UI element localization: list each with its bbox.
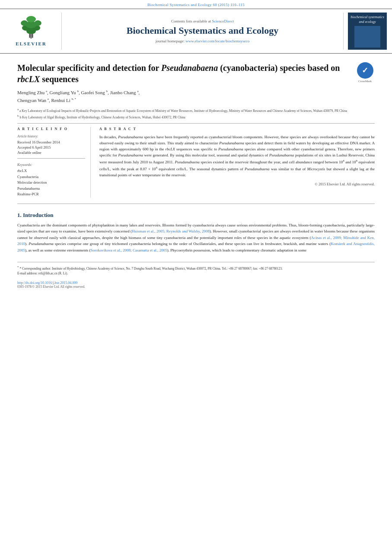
keyword-4: Pseudanabaena — [17, 186, 85, 192]
elsevier-tree-icon — [16, 16, 46, 40]
ref-acinas[interactable]: Acinas et al., 2009; Mitsuhide and Ken, … — [17, 236, 375, 246]
introduction-section: 1. Introduction Cyanobacteria are the do… — [17, 212, 375, 253]
homepage-link[interactable]: www.elsevier.com/locate/biochemsyseco — [185, 39, 249, 43]
author-sup-b2: b — [106, 90, 108, 93]
article-info-abstract: A R T I C L E I N F O Article history: R… — [17, 127, 375, 197]
svg-rect-8 — [30, 34, 32, 38]
elsevier-logo-area: ELSEVIER — [5, 13, 57, 50]
accepted-date: Accepted 6 April 2015 — [17, 145, 85, 150]
journal-reference: Biochemical Systematics and Ecology 60 (… — [0, 0, 392, 9]
abstract-text: In decades, Pseudanabaena species have b… — [99, 134, 375, 178]
main-content: Molecular specificity and detection for … — [0, 54, 392, 294]
ref-sorokovikova[interactable]: Sorokovikova et al., 2008; Casamatta et … — [90, 248, 167, 252]
abstract-heading: A B S T R A C T — [99, 127, 375, 131]
journal-homepage: journal homepage: www.elsevier.com/locat… — [156, 39, 249, 43]
article-info-column: A R T I C L E I N F O Article history: R… — [17, 127, 91, 197]
author-sup-a2: a — [137, 90, 138, 93]
sciencedirect-link[interactable]: ScienceDirect — [212, 19, 234, 23]
affiliation-a: a a Key Laboratory of Ecological Impacts… — [17, 107, 375, 113]
contents-available-text: Contents lists available at ScienceDirec… — [171, 19, 234, 23]
affiliations: a a Key Laboratory of Ecological Impacts… — [17, 107, 375, 120]
title-suffix: (cyanobacteria) species based on — [218, 63, 340, 73]
introduction-heading: 1. Introduction — [17, 212, 375, 219]
author-sup-b3: b, * — [71, 97, 76, 101]
keyword-2: Cyanobacteria — [17, 174, 85, 180]
keyword-3: Molecular detection — [17, 180, 85, 186]
elsevier-wordmark: ELSEVIER — [16, 41, 47, 46]
email-note: E-mail address: reli@ihb.ac.cn (R. Li). — [17, 271, 375, 276]
title-italic-2: rbcLX — [17, 74, 40, 84]
journal-cover-image — [354, 26, 380, 48]
title-italic-1: Pseudanabaena — [161, 63, 218, 73]
affiliation-b: b b Key Laboratory of Algal Biology, Ins… — [17, 114, 375, 120]
copyright-notice: © 2015 Elsevier Ltd. All rights reserved… — [99, 182, 375, 186]
available-online: Available online — [17, 150, 85, 155]
corresponding-author-note: * * Corresponding author. Institute of H… — [17, 265, 375, 271]
article-title-section: Molecular specificity and detection for … — [17, 59, 375, 85]
svg-point-5 — [21, 20, 28, 26]
author-sup-a1: a — [46, 90, 47, 93]
crossmark-badge-area[interactable]: ✓ CrossMark — [355, 62, 375, 83]
crossmark-label: CrossMark — [358, 80, 372, 83]
author-sup-a3: a — [48, 97, 49, 101]
crossmark-icon[interactable]: ✓ — [357, 62, 373, 79]
crossmark-symbol: ✓ — [362, 66, 368, 75]
doi-link[interactable]: http://dx.doi.org/10.1016/j.bse.2015.04.… — [17, 281, 77, 285]
journal-title: Biochemical Systematics and Ecology — [127, 25, 278, 36]
title-prefix: Molecular specificity and detection for — [17, 63, 161, 73]
footnote-section: * * Corresponding author. Institute of H… — [17, 262, 375, 289]
divider-2 — [17, 204, 375, 204]
journal-sidebar-image: biochemical systematics and ecology — [348, 13, 387, 50]
journal-title-area: Contents lists available at ScienceDirec… — [61, 13, 344, 50]
ref-komarek[interactable]: Komárek and Anagnostidis, 2005 — [17, 242, 375, 252]
elsevier-logo: ELSEVIER — [16, 16, 47, 46]
title-end: sequences — [40, 74, 78, 84]
introduction-text: Cyanobacteria are the dominant component… — [17, 222, 375, 253]
divider-keywords — [17, 158, 85, 159]
article-title: Molecular specificity and detection for … — [17, 62, 355, 85]
authors-line: Mengling Zhu a, Gongliang Yu b, Gaofei S… — [17, 89, 375, 104]
article-history-label: Article history: — [17, 134, 85, 138]
author-sup-b1: b — [77, 90, 79, 93]
issn-line: 0305-1978/© 2015 Elsevier Ltd. All right… — [17, 285, 375, 289]
doi-line: http://dx.doi.org/10.1016/j.bse.2015.04.… — [17, 280, 375, 285]
divider-1 — [17, 123, 375, 124]
keywords-label: Keywords: — [17, 163, 85, 167]
received-date: Received 16 December 2014 — [17, 140, 85, 144]
keyword-1: rbcLX — [17, 168, 85, 174]
journal-header: ELSEVIER Contents lists available at Sci… — [0, 9, 392, 54]
abstract-column: A B S T R A C T In decades, Pseudanabaen… — [99, 127, 375, 197]
keyword-5: Realtime-PCR — [17, 191, 85, 197]
svg-point-7 — [26, 16, 36, 22]
journal-sidebar-text: biochemical systematics and ecology — [350, 15, 385, 24]
svg-point-6 — [34, 20, 41, 26]
article-info-heading: A R T I C L E I N F O — [17, 127, 85, 131]
ref-huisman[interactable]: Huisman et al., 2005; Reynolds and Walsb… — [132, 229, 210, 233]
